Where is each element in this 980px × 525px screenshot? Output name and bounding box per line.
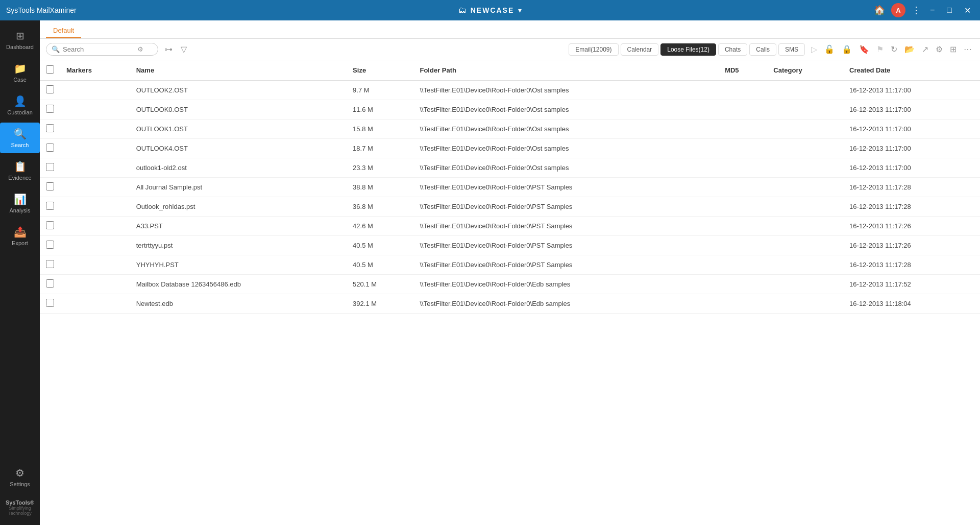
filter-tab-sms[interactable]: SMS bbox=[778, 43, 805, 56]
row-checkbox-cell[interactable] bbox=[40, 197, 60, 217]
avatar[interactable]: A bbox=[891, 3, 905, 17]
filter-tab-calls[interactable]: Calls bbox=[749, 43, 776, 56]
filter-tab-loose-files[interactable]: Loose Files(12) bbox=[660, 43, 716, 56]
forward-icon[interactable]: ▷ bbox=[809, 43, 819, 55]
home-icon[interactable]: 🏠 bbox=[874, 5, 885, 16]
sidebar-item-export[interactable]: 📤 Export bbox=[0, 221, 40, 251]
select-all-checkbox[interactable] bbox=[46, 65, 54, 74]
hierarchy-icon[interactable]: ⊶ bbox=[162, 43, 175, 55]
row-name[interactable]: YHYHYH.PST bbox=[130, 255, 347, 275]
search-input[interactable] bbox=[63, 45, 134, 53]
row-folder-path: \\TestFilter.E01\Device0\Root-Folder0\PS… bbox=[413, 217, 719, 236]
row-checkbox-cell[interactable] bbox=[40, 139, 60, 158]
row-checkbox-cell[interactable] bbox=[40, 158, 60, 178]
maximize-button[interactable]: □ bbox=[944, 5, 955, 16]
table-row[interactable]: Mailbox Database 1263456486.edb 520.1 M … bbox=[40, 275, 980, 294]
minimize-button[interactable]: − bbox=[927, 5, 938, 16]
grid-icon[interactable]: ⊞ bbox=[948, 43, 959, 55]
sidebar-item-analysis[interactable]: 📊 Analysis bbox=[0, 188, 40, 219]
lock-closed-icon[interactable]: 🔒 bbox=[840, 43, 854, 55]
more-icon[interactable]: ⋯ bbox=[962, 43, 974, 55]
row-name[interactable]: OUTLOOK4.OST bbox=[130, 139, 347, 158]
lock-open-icon[interactable]: 🔓 bbox=[822, 43, 837, 55]
row-checkbox[interactable] bbox=[46, 260, 54, 268]
table-row[interactable]: Newtest.edb 392.1 M \\TestFilter.E01\Dev… bbox=[40, 294, 980, 314]
sidebar-item-case[interactable]: 📁 Case bbox=[0, 57, 40, 88]
search-settings-icon[interactable]: ⚙ bbox=[137, 45, 143, 53]
tabs-bar: Default bbox=[40, 20, 980, 39]
sidebar-item-dashboard[interactable]: ⊞ Dashboard bbox=[0, 25, 40, 55]
row-checkbox-cell[interactable] bbox=[40, 178, 60, 197]
sidebar-item-evidence[interactable]: 📋 Evidence bbox=[0, 155, 40, 186]
row-checkbox[interactable] bbox=[46, 144, 54, 152]
table-row[interactable]: A33.PST 42.6 M \\TestFilter.E01\Device0\… bbox=[40, 217, 980, 236]
row-name[interactable]: All Journal Sample.pst bbox=[130, 178, 347, 197]
close-button[interactable]: ✕ bbox=[961, 5, 974, 16]
row-folder-path: \\TestFilter.E01\Device0\Root-Folder0\Os… bbox=[413, 81, 719, 100]
sidebar-item-custodian[interactable]: 👤 Custodian bbox=[0, 90, 40, 121]
row-folder-path: \\TestFilter.E01\Device0\Root-Folder0\PS… bbox=[413, 178, 719, 197]
row-checkbox[interactable] bbox=[46, 85, 54, 93]
bookmark-icon[interactable]: 🔖 bbox=[857, 43, 871, 55]
row-name[interactable]: Newtest.edb bbox=[130, 294, 347, 314]
row-size: 15.8 M bbox=[347, 120, 413, 139]
table-row[interactable]: outlook1-old2.ost 23.3 M \\TestFilter.E0… bbox=[40, 158, 980, 178]
row-category bbox=[767, 275, 843, 294]
sidebar-item-settings[interactable]: ⚙ Settings bbox=[0, 462, 40, 492]
row-markers bbox=[60, 294, 130, 314]
row-checkbox[interactable] bbox=[46, 202, 54, 210]
sidebar-item-search[interactable]: 🔍 Search bbox=[0, 123, 40, 153]
row-checkbox[interactable] bbox=[46, 163, 54, 171]
row-checkbox-cell[interactable] bbox=[40, 81, 60, 100]
table-row[interactable]: YHYHYH.PST 40.5 M \\TestFilter.E01\Devic… bbox=[40, 255, 980, 275]
table-row[interactable]: tertrttyyu.pst 40.5 M \\TestFilter.E01\D… bbox=[40, 236, 980, 255]
table-row[interactable]: Outlook_rohidas.pst 36.8 M \\TestFilter.… bbox=[40, 197, 980, 217]
row-checkbox[interactable] bbox=[46, 241, 54, 249]
row-checkbox-cell[interactable] bbox=[40, 275, 60, 294]
row-checkbox[interactable] bbox=[46, 299, 54, 307]
more-options-icon[interactable]: ⋮ bbox=[912, 5, 921, 16]
row-checkbox-cell[interactable] bbox=[40, 100, 60, 120]
row-checkbox-cell[interactable] bbox=[40, 236, 60, 255]
row-name[interactable]: OUTLOOK1.OST bbox=[130, 120, 347, 139]
filter-tab-email[interactable]: Email(12009) bbox=[569, 43, 618, 56]
filter-icon[interactable]: ▽ bbox=[179, 43, 189, 55]
row-name[interactable]: OUTLOOK2.OST bbox=[130, 81, 347, 100]
row-name[interactable]: Mailbox Database 1263456486.edb bbox=[130, 275, 347, 294]
col-header-checkbox[interactable] bbox=[40, 60, 60, 81]
export-action-icon[interactable]: ↗ bbox=[920, 43, 930, 55]
row-md5 bbox=[719, 100, 767, 120]
row-checkbox-cell[interactable] bbox=[40, 294, 60, 314]
row-name[interactable]: Outlook_rohidas.pst bbox=[130, 197, 347, 217]
row-name[interactable]: tertrttyyu.pst bbox=[130, 236, 347, 255]
row-category bbox=[767, 120, 843, 139]
table-row[interactable]: All Journal Sample.pst 38.8 M \\TestFilt… bbox=[40, 178, 980, 197]
table-row[interactable]: OUTLOOK0.OST 11.6 M \\TestFilter.E01\Dev… bbox=[40, 100, 980, 120]
row-checkbox[interactable] bbox=[46, 279, 54, 288]
row-name[interactable]: OUTLOOK0.OST bbox=[130, 100, 347, 120]
row-name[interactable]: outlook1-old2.ost bbox=[130, 158, 347, 178]
row-checkbox[interactable] bbox=[46, 221, 54, 229]
row-name[interactable]: A33.PST bbox=[130, 217, 347, 236]
filter-tab-calendar[interactable]: Calendar bbox=[621, 43, 659, 56]
tab-default[interactable]: Default bbox=[46, 23, 81, 38]
row-checkbox-cell[interactable] bbox=[40, 217, 60, 236]
gear-icon[interactable]: ⚙ bbox=[934, 43, 945, 55]
row-checkbox[interactable] bbox=[46, 124, 54, 132]
refresh-icon[interactable]: ↻ bbox=[889, 43, 899, 55]
folder-icon[interactable]: 📂 bbox=[902, 43, 917, 55]
table-row[interactable]: OUTLOOK4.OST 18.7 M \\TestFilter.E01\Dev… bbox=[40, 139, 980, 158]
case-dropdown-icon[interactable]: ▾ bbox=[518, 6, 522, 14]
case-icon: 📁 bbox=[14, 62, 27, 75]
row-checkbox-cell[interactable] bbox=[40, 120, 60, 139]
table-row[interactable]: OUTLOOK2.OST 9.7 M \\TestFilter.E01\Devi… bbox=[40, 81, 980, 100]
title-bar-center: 🗂 NEWCASE ▾ bbox=[329, 6, 651, 15]
row-size: 18.7 M bbox=[347, 139, 413, 158]
row-checkbox[interactable] bbox=[46, 105, 54, 113]
row-checkbox[interactable] bbox=[46, 182, 54, 190]
filter-tab-chats[interactable]: Chats bbox=[718, 43, 747, 56]
flag-icon[interactable]: ⚑ bbox=[874, 43, 886, 55]
row-size: 11.6 M bbox=[347, 100, 413, 120]
table-row[interactable]: OUTLOOK1.OST 15.8 M \\TestFilter.E01\Dev… bbox=[40, 120, 980, 139]
row-checkbox-cell[interactable] bbox=[40, 255, 60, 275]
